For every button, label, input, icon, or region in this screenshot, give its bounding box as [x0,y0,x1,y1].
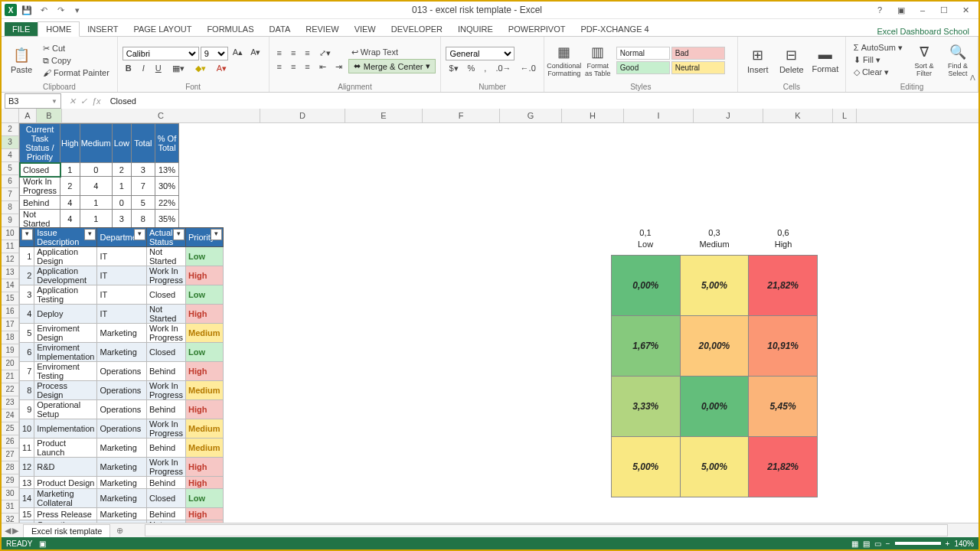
fill-button[interactable]: ⬇ Fill ▾ [851,54,906,66]
row-header-28[interactable]: 28 [2,461,19,474]
row-header-13[interactable]: 13 [2,266,19,279]
macro-record-icon[interactable]: ▣ [39,540,46,548]
increase-font-button[interactable]: A▴ [230,47,246,60]
col-header-F[interactable]: F [423,109,500,122]
table-row[interactable]: 9Operational SetupOperationsBehind High [20,400,224,419]
tab-review[interactable]: REVIEW [298,22,346,36]
sheet-nav-next-icon[interactable]: ▶ [12,526,18,536]
tab-view[interactable]: VIEW [347,22,384,36]
clear-button[interactable]: ◇ Clear ▾ [851,67,906,78]
tab-powerpivot[interactable]: POWERPIVOT [501,22,573,36]
filter-icon[interactable]: ▾ [21,229,33,240]
border-button[interactable]: ▦▾ [169,63,188,74]
col-header-L[interactable]: L [833,109,857,122]
copy-button[interactable]: ⧉ Copy [40,55,113,67]
zoom-out-button[interactable]: − [886,540,890,548]
number-format-select[interactable]: General [446,47,514,60]
tab-insert[interactable]: INSERT [80,22,126,36]
table-row[interactable]: 4DeployITNot Started High [20,305,224,324]
row-header-16[interactable]: 16 [2,305,19,318]
tab-page-layout[interactable]: PAGE LAYOUT [126,22,199,36]
table-row[interactable]: 11Product LaunchMarketingBehind Medium [20,439,224,458]
zoom-level[interactable]: 140% [954,540,974,548]
bold-button[interactable]: B [122,63,135,74]
zoom-slider[interactable] [895,542,941,545]
cut-button[interactable]: ✂ Cut [40,43,113,54]
row-header-7[interactable]: 7 [2,188,19,201]
tab-developer[interactable]: DEVELOPER [384,22,450,36]
col-header-H[interactable]: H [562,109,624,122]
filter-icon[interactable]: ▾ [134,229,145,240]
tab-pdf-xchange[interactable]: PDF-XChange 4 [573,22,656,36]
italic-button[interactable]: I [139,63,148,74]
autosum-button[interactable]: Σ AutoSum ▾ [851,42,906,54]
tab-file[interactable]: FILE [5,22,38,36]
minimize-button[interactable]: – [913,3,933,17]
font-name-select[interactable]: Calibri [122,47,199,60]
collapse-ribbon-icon[interactable]: ᐱ [970,73,975,82]
tab-data[interactable]: DATA [262,22,299,36]
align-right-button[interactable]: ≡ [302,61,312,73]
view-normal-icon[interactable]: ▦ [851,540,858,548]
col-header-E[interactable]: E [345,109,423,122]
row-header-17[interactable]: 17 [2,318,19,331]
decrease-indent-button[interactable]: ⇤ [316,61,329,73]
col-header-K[interactable]: K [763,109,833,122]
table-row[interactable]: 5Enviroment DesignMarketingWork In Progr… [20,324,224,343]
table-row[interactable]: 13Product DesignMarketingBehind High [20,477,224,489]
insert-cells-button[interactable]: ⊞Insert [743,47,773,74]
percent-button[interactable]: % [465,63,479,74]
row-header-30[interactable]: 30 [2,487,19,500]
row-header-8[interactable]: 8 [2,201,19,214]
filter-icon[interactable]: ▾ [173,229,185,240]
row-header-31[interactable]: 31 [2,500,19,514]
view-page-icon[interactable]: ▤ [863,540,870,548]
col-header-A[interactable]: A [19,109,37,122]
currency-button[interactable]: $▾ [446,63,461,74]
align-left-button[interactable]: ≡ [274,61,285,73]
row-header-25[interactable]: 25 [2,422,19,435]
font-color-button[interactable]: A▾ [214,63,230,74]
paste-button[interactable]: 📋Paste [6,47,37,74]
row-header-5[interactable]: 5 [2,162,19,175]
table-row[interactable]: 1Application DesignITNot Started Low [20,247,224,266]
col-header-J[interactable]: J [694,109,763,122]
table-row[interactable]: 14Marketing CollateralMarketingClosed Lo… [20,489,224,508]
cell-styles-gallery[interactable]: Normal Bad Good Neutral [616,47,725,74]
wrap-text-button[interactable]: ↩ Wrap Text [348,47,436,58]
sheet-nav-prev-icon[interactable]: ◀ [5,526,11,536]
align-center-button[interactable]: ≡ [288,61,299,73]
ribbon-display-button[interactable]: ▣ [891,3,911,17]
col-header-I[interactable]: I [624,109,694,122]
maximize-button[interactable]: ☐ [934,3,954,17]
row-header-6[interactable]: 6 [2,175,19,188]
style-good[interactable]: Good [616,61,670,74]
row-headers[interactable]: 2345678910111213141516171819202122232425… [2,123,19,523]
row-header-10[interactable]: 10 [2,227,19,240]
table-row[interactable]: 10ImplementationOperationsWork In Progre… [20,419,224,439]
format-cells-button[interactable]: ▬Format [810,47,841,73]
row-header-4[interactable]: 4 [2,149,19,162]
row-header-19[interactable]: 19 [2,344,19,357]
filter-icon[interactable]: ▾ [84,229,96,240]
decrease-font-button[interactable]: A▾ [247,47,263,60]
enter-formula-icon[interactable]: ✓ [80,96,87,106]
cancel-formula-icon[interactable]: ✕ [69,96,76,106]
table-row[interactable]: 6Enviroment ImplementationMarketingClose… [20,343,224,362]
zoom-in-button[interactable]: + [946,540,950,548]
table-row[interactable]: 12R&DMarketingWork In Progress High [20,458,224,477]
decrease-decimal-button[interactable]: ←.0 [518,63,539,74]
row-header-11[interactable]: 11 [2,240,19,253]
horizontal-scrollbar[interactable] [145,524,948,536]
qat-undo-icon[interactable]: ↶ [37,3,51,17]
find-select-button[interactable]: 🔍Find & Select [942,44,973,77]
col-header-C[interactable]: C [62,109,260,122]
row-header-14[interactable]: 14 [2,279,19,292]
fx-icon[interactable]: ƒx [92,96,101,106]
column-headers[interactable]: ABCDEFGHIJKL [2,109,978,123]
increase-indent-button[interactable]: ⇥ [332,61,345,73]
comma-button[interactable]: , [481,63,489,74]
new-sheet-button[interactable]: ⊕ [110,526,129,536]
row-header-26[interactable]: 26 [2,435,19,448]
sheet-tab[interactable]: Excel risk template [23,524,110,537]
